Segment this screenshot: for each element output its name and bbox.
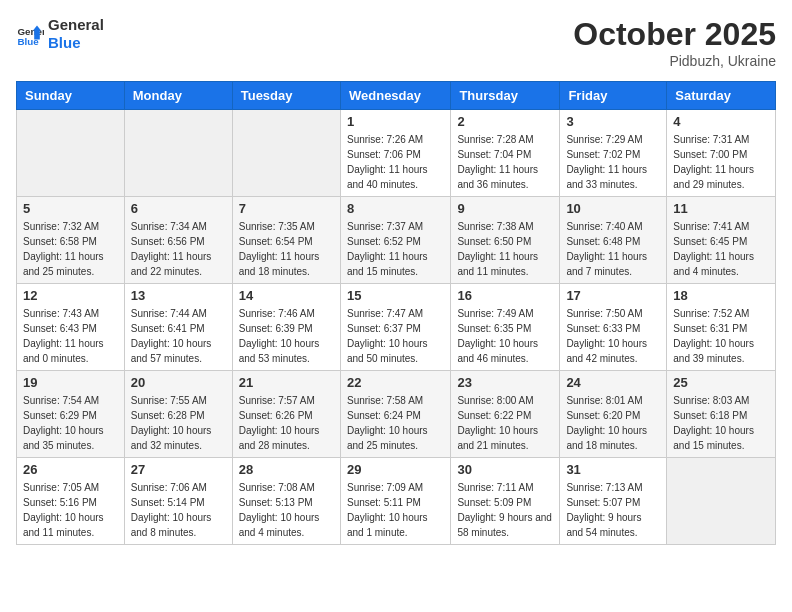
month-title: October 2025 — [573, 16, 776, 53]
day-info: Sunrise: 7:44 AMSunset: 6:41 PMDaylight:… — [131, 306, 226, 366]
day-info: Sunrise: 7:38 AMSunset: 6:50 PMDaylight:… — [457, 219, 553, 279]
title-block: October 2025 Pidbuzh, Ukraine — [573, 16, 776, 69]
day-number: 16 — [457, 288, 553, 303]
day-number: 18 — [673, 288, 769, 303]
calendar-cell: 18Sunrise: 7:52 AMSunset: 6:31 PMDayligh… — [667, 284, 776, 371]
day-number: 8 — [347, 201, 444, 216]
calendar-cell: 25Sunrise: 8:03 AMSunset: 6:18 PMDayligh… — [667, 371, 776, 458]
calendar-cell: 27Sunrise: 7:06 AMSunset: 5:14 PMDayligh… — [124, 458, 232, 545]
calendar-cell: 17Sunrise: 7:50 AMSunset: 6:33 PMDayligh… — [560, 284, 667, 371]
day-number: 4 — [673, 114, 769, 129]
day-number: 11 — [673, 201, 769, 216]
weekday-header-wednesday: Wednesday — [340, 82, 450, 110]
day-number: 28 — [239, 462, 334, 477]
day-info: Sunrise: 8:03 AMSunset: 6:18 PMDaylight:… — [673, 393, 769, 453]
day-number: 12 — [23, 288, 118, 303]
day-info: Sunrise: 8:00 AMSunset: 6:22 PMDaylight:… — [457, 393, 553, 453]
day-info: Sunrise: 7:43 AMSunset: 6:43 PMDaylight:… — [23, 306, 118, 366]
calendar-cell — [667, 458, 776, 545]
day-number: 6 — [131, 201, 226, 216]
day-number: 24 — [566, 375, 660, 390]
calendar-cell: 16Sunrise: 7:49 AMSunset: 6:35 PMDayligh… — [451, 284, 560, 371]
day-info: Sunrise: 7:09 AMSunset: 5:11 PMDaylight:… — [347, 480, 444, 540]
day-number: 15 — [347, 288, 444, 303]
day-info: Sunrise: 7:26 AMSunset: 7:06 PMDaylight:… — [347, 132, 444, 192]
page-header: General Blue General Blue October 2025 P… — [16, 16, 776, 69]
day-info: Sunrise: 7:06 AMSunset: 5:14 PMDaylight:… — [131, 480, 226, 540]
day-info: Sunrise: 7:11 AMSunset: 5:09 PMDaylight:… — [457, 480, 553, 540]
day-info: Sunrise: 7:34 AMSunset: 6:56 PMDaylight:… — [131, 219, 226, 279]
logo-icon: General Blue — [16, 20, 44, 48]
day-number: 7 — [239, 201, 334, 216]
day-number: 2 — [457, 114, 553, 129]
day-info: Sunrise: 7:08 AMSunset: 5:13 PMDaylight:… — [239, 480, 334, 540]
calendar-header-row: SundayMondayTuesdayWednesdayThursdayFrid… — [17, 82, 776, 110]
day-info: Sunrise: 8:01 AMSunset: 6:20 PMDaylight:… — [566, 393, 660, 453]
day-info: Sunrise: 7:28 AMSunset: 7:04 PMDaylight:… — [457, 132, 553, 192]
day-info: Sunrise: 7:41 AMSunset: 6:45 PMDaylight:… — [673, 219, 769, 279]
calendar-cell: 26Sunrise: 7:05 AMSunset: 5:16 PMDayligh… — [17, 458, 125, 545]
calendar-cell — [124, 110, 232, 197]
day-info: Sunrise: 7:55 AMSunset: 6:28 PMDaylight:… — [131, 393, 226, 453]
day-number: 29 — [347, 462, 444, 477]
weekday-header-monday: Monday — [124, 82, 232, 110]
logo: General Blue General Blue — [16, 16, 104, 52]
calendar-cell: 13Sunrise: 7:44 AMSunset: 6:41 PMDayligh… — [124, 284, 232, 371]
calendar-cell: 15Sunrise: 7:47 AMSunset: 6:37 PMDayligh… — [340, 284, 450, 371]
calendar-cell: 30Sunrise: 7:11 AMSunset: 5:09 PMDayligh… — [451, 458, 560, 545]
day-number: 5 — [23, 201, 118, 216]
calendar-cell: 4Sunrise: 7:31 AMSunset: 7:00 PMDaylight… — [667, 110, 776, 197]
day-info: Sunrise: 7:57 AMSunset: 6:26 PMDaylight:… — [239, 393, 334, 453]
calendar-cell: 22Sunrise: 7:58 AMSunset: 6:24 PMDayligh… — [340, 371, 450, 458]
calendar-cell: 14Sunrise: 7:46 AMSunset: 6:39 PMDayligh… — [232, 284, 340, 371]
location: Pidbuzh, Ukraine — [573, 53, 776, 69]
day-info: Sunrise: 7:49 AMSunset: 6:35 PMDaylight:… — [457, 306, 553, 366]
calendar-cell: 5Sunrise: 7:32 AMSunset: 6:58 PMDaylight… — [17, 197, 125, 284]
calendar-cell: 21Sunrise: 7:57 AMSunset: 6:26 PMDayligh… — [232, 371, 340, 458]
weekday-header-sunday: Sunday — [17, 82, 125, 110]
day-info: Sunrise: 7:05 AMSunset: 5:16 PMDaylight:… — [23, 480, 118, 540]
day-info: Sunrise: 7:35 AMSunset: 6:54 PMDaylight:… — [239, 219, 334, 279]
calendar-cell: 31Sunrise: 7:13 AMSunset: 5:07 PMDayligh… — [560, 458, 667, 545]
day-info: Sunrise: 7:54 AMSunset: 6:29 PMDaylight:… — [23, 393, 118, 453]
calendar-cell: 29Sunrise: 7:09 AMSunset: 5:11 PMDayligh… — [340, 458, 450, 545]
day-number: 14 — [239, 288, 334, 303]
day-info: Sunrise: 7:50 AMSunset: 6:33 PMDaylight:… — [566, 306, 660, 366]
weekday-header-friday: Friday — [560, 82, 667, 110]
logo-blue: Blue — [48, 34, 104, 52]
calendar-cell: 7Sunrise: 7:35 AMSunset: 6:54 PMDaylight… — [232, 197, 340, 284]
weekday-header-thursday: Thursday — [451, 82, 560, 110]
day-number: 19 — [23, 375, 118, 390]
weekday-header-tuesday: Tuesday — [232, 82, 340, 110]
day-number: 13 — [131, 288, 226, 303]
calendar-cell: 12Sunrise: 7:43 AMSunset: 6:43 PMDayligh… — [17, 284, 125, 371]
day-info: Sunrise: 7:31 AMSunset: 7:00 PMDaylight:… — [673, 132, 769, 192]
calendar-cell — [17, 110, 125, 197]
calendar-cell: 23Sunrise: 8:00 AMSunset: 6:22 PMDayligh… — [451, 371, 560, 458]
weekday-header-saturday: Saturday — [667, 82, 776, 110]
day-info: Sunrise: 7:58 AMSunset: 6:24 PMDaylight:… — [347, 393, 444, 453]
calendar-cell — [232, 110, 340, 197]
day-number: 22 — [347, 375, 444, 390]
day-info: Sunrise: 7:32 AMSunset: 6:58 PMDaylight:… — [23, 219, 118, 279]
calendar-cell: 20Sunrise: 7:55 AMSunset: 6:28 PMDayligh… — [124, 371, 232, 458]
logo-general: General — [48, 16, 104, 34]
day-number: 30 — [457, 462, 553, 477]
calendar-week-2: 5Sunrise: 7:32 AMSunset: 6:58 PMDaylight… — [17, 197, 776, 284]
day-info: Sunrise: 7:13 AMSunset: 5:07 PMDaylight:… — [566, 480, 660, 540]
day-number: 26 — [23, 462, 118, 477]
day-number: 1 — [347, 114, 444, 129]
day-info: Sunrise: 7:46 AMSunset: 6:39 PMDaylight:… — [239, 306, 334, 366]
day-number: 31 — [566, 462, 660, 477]
day-info: Sunrise: 7:47 AMSunset: 6:37 PMDaylight:… — [347, 306, 444, 366]
day-number: 3 — [566, 114, 660, 129]
calendar-week-3: 12Sunrise: 7:43 AMSunset: 6:43 PMDayligh… — [17, 284, 776, 371]
day-number: 9 — [457, 201, 553, 216]
day-number: 27 — [131, 462, 226, 477]
day-info: Sunrise: 7:40 AMSunset: 6:48 PMDaylight:… — [566, 219, 660, 279]
calendar-week-5: 26Sunrise: 7:05 AMSunset: 5:16 PMDayligh… — [17, 458, 776, 545]
calendar-cell: 28Sunrise: 7:08 AMSunset: 5:13 PMDayligh… — [232, 458, 340, 545]
day-number: 21 — [239, 375, 334, 390]
calendar-week-4: 19Sunrise: 7:54 AMSunset: 6:29 PMDayligh… — [17, 371, 776, 458]
calendar-cell: 3Sunrise: 7:29 AMSunset: 7:02 PMDaylight… — [560, 110, 667, 197]
